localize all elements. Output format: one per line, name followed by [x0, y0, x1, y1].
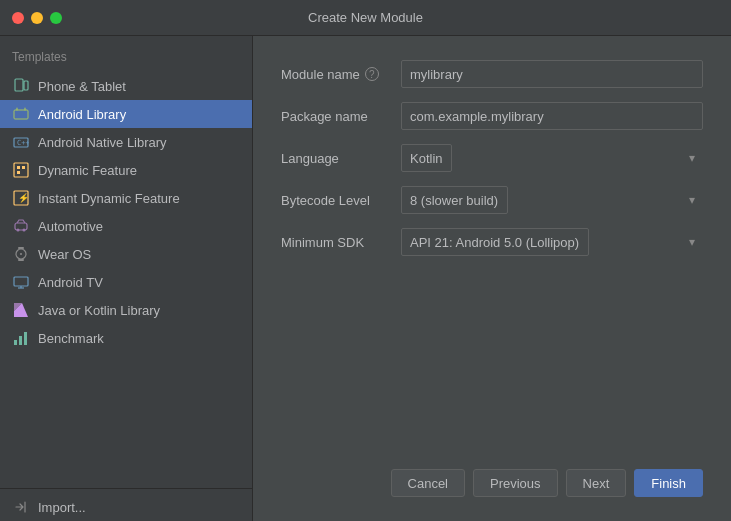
module-name-help-icon[interactable]: ? [365, 67, 379, 81]
instant-dynamic-icon: ⚡ [12, 189, 30, 207]
bytecode-label: Bytecode Level [281, 193, 401, 208]
svg-point-19 [20, 253, 22, 255]
sidebar-item-instant-dynamic-label: Instant Dynamic Feature [38, 191, 180, 206]
svg-rect-2 [14, 110, 28, 119]
window-title: Create New Module [308, 10, 423, 25]
kotlin-library-icon [12, 301, 30, 319]
svg-rect-0 [15, 79, 23, 91]
sidebar-item-android-tv[interactable]: Android TV [0, 268, 252, 296]
import-icon [12, 498, 30, 516]
finish-button[interactable]: Finish [634, 469, 703, 497]
cancel-button[interactable]: Cancel [391, 469, 465, 497]
package-name-label: Package name [281, 109, 401, 124]
next-button[interactable]: Next [566, 469, 627, 497]
titlebar: Create New Module [0, 0, 731, 36]
sidebar-item-android-library-label: Android Library [38, 107, 126, 122]
language-label: Language [281, 151, 401, 166]
android-native-icon: C++ [12, 133, 30, 151]
android-tv-icon [12, 273, 30, 291]
svg-point-15 [23, 229, 26, 232]
min-sdk-label: Minimum SDK [281, 235, 401, 250]
benchmark-icon [12, 329, 30, 347]
svg-rect-13 [15, 223, 27, 230]
sidebar-import-label: Import... [38, 500, 86, 515]
sidebar-item-automotive[interactable]: Automotive [0, 212, 252, 240]
phone-tablet-icon [12, 77, 30, 95]
bytecode-select[interactable]: 8 (slower build) 7 6 [401, 186, 508, 214]
language-row: Language Kotlin Java [281, 144, 703, 172]
svg-rect-8 [17, 166, 20, 169]
sidebar-item-kotlin-library[interactable]: Java or Kotlin Library [0, 296, 252, 324]
module-name-row: Module name ? [281, 60, 703, 88]
min-sdk-row: Minimum SDK API 21: Android 5.0 (Lollipo… [281, 228, 703, 256]
wear-os-icon [12, 245, 30, 263]
min-sdk-select-wrapper: API 21: Android 5.0 (Lollipop) API 24: A… [401, 228, 703, 256]
sidebar: Templates Phone & Tablet Android Library [0, 36, 253, 521]
language-select-wrapper: Kotlin Java [401, 144, 703, 172]
svg-text:C++: C++ [17, 139, 29, 147]
sidebar-item-instant-dynamic[interactable]: ⚡ Instant Dynamic Feature [0, 184, 252, 212]
sidebar-item-dynamic-feature-label: Dynamic Feature [38, 163, 137, 178]
automotive-icon [12, 217, 30, 235]
svg-text:⚡: ⚡ [18, 192, 29, 204]
svg-rect-9 [22, 166, 25, 169]
bytecode-row: Bytecode Level 8 (slower build) 7 6 [281, 186, 703, 214]
close-button[interactable] [12, 12, 24, 24]
sidebar-item-benchmark-label: Benchmark [38, 331, 104, 346]
footer: Cancel Previous Next Finish [281, 453, 703, 497]
previous-button[interactable]: Previous [473, 469, 558, 497]
sidebar-item-android-native-label: Android Native Library [38, 135, 167, 150]
svg-rect-7 [14, 163, 28, 177]
bytecode-select-wrapper: 8 (slower build) 7 6 [401, 186, 703, 214]
svg-rect-25 [14, 340, 17, 345]
svg-point-14 [17, 229, 20, 232]
sidebar-item-phone-tablet[interactable]: Phone & Tablet [0, 72, 252, 100]
sidebar-item-wear-os-label: Wear OS [38, 247, 91, 262]
sidebar-item-dynamic-feature[interactable]: Dynamic Feature [0, 156, 252, 184]
svg-rect-17 [18, 247, 24, 249]
sidebar-item-kotlin-library-label: Java or Kotlin Library [38, 303, 160, 318]
sidebar-section-label: Templates [0, 44, 252, 72]
titlebar-buttons [12, 12, 62, 24]
svg-rect-10 [17, 171, 20, 174]
sidebar-item-wear-os[interactable]: Wear OS [0, 240, 252, 268]
svg-rect-1 [24, 81, 28, 90]
sidebar-bottom: Import... [0, 488, 252, 521]
minimize-button[interactable] [31, 12, 43, 24]
content-area: Module name ? Package name Language Kotl… [253, 36, 731, 521]
sidebar-item-android-tv-label: Android TV [38, 275, 103, 290]
svg-rect-20 [14, 277, 28, 286]
svg-rect-18 [18, 259, 24, 261]
sidebar-item-android-native[interactable]: C++ Android Native Library [0, 128, 252, 156]
package-name-input[interactable] [401, 102, 703, 130]
main-container: Templates Phone & Tablet Android Library [0, 36, 731, 521]
sidebar-item-benchmark[interactable]: Benchmark [0, 324, 252, 352]
sidebar-item-import[interactable]: Import... [0, 493, 252, 521]
svg-rect-26 [19, 336, 22, 345]
module-name-input[interactable] [401, 60, 703, 88]
maximize-button[interactable] [50, 12, 62, 24]
language-select[interactable]: Kotlin Java [401, 144, 452, 172]
sidebar-item-automotive-label: Automotive [38, 219, 103, 234]
android-library-icon [12, 105, 30, 123]
dynamic-feature-icon [12, 161, 30, 179]
module-name-label: Module name ? [281, 67, 401, 82]
sidebar-item-android-library[interactable]: Android Library [0, 100, 252, 128]
package-name-row: Package name [281, 102, 703, 130]
sidebar-item-phone-tablet-label: Phone & Tablet [38, 79, 126, 94]
min-sdk-select[interactable]: API 21: Android 5.0 (Lollipop) API 24: A… [401, 228, 589, 256]
svg-rect-27 [24, 332, 27, 345]
